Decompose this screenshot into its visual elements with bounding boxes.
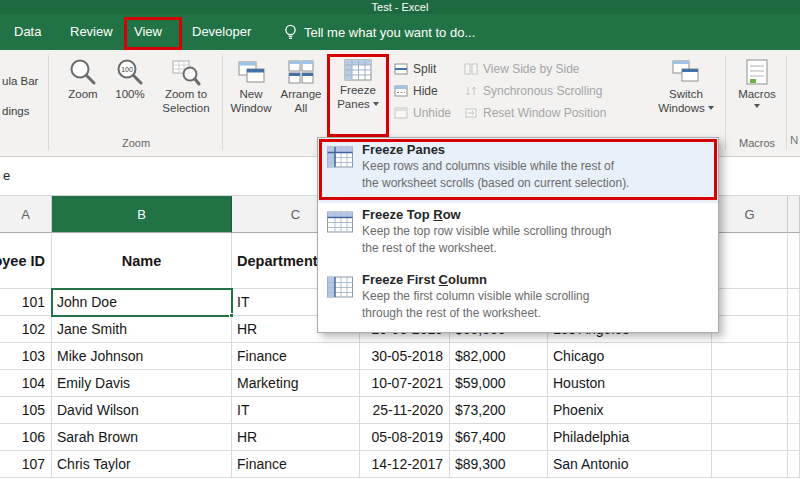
reset-window-icon	[464, 106, 478, 120]
new-window-button[interactable]: New Window	[226, 57, 276, 115]
cell-date[interactable]: 14-12-2017	[360, 451, 450, 478]
headings-checkbox-label-cut[interactable]: dings	[2, 105, 30, 117]
cell-id[interactable]: 103	[0, 343, 52, 370]
view-side-by-side-button: View Side by Side	[464, 58, 606, 80]
sync-scrolling-icon	[464, 84, 478, 98]
cell-name[interactable]: John Doe	[52, 289, 232, 316]
formula-bar-checkbox-label-cut[interactable]: ula Bar	[2, 75, 38, 87]
cell-salary[interactable]: $82,000	[450, 343, 548, 370]
menu-item-desc-line: Keep the first column visible while scro…	[362, 289, 589, 303]
zoom-100-label: 100%	[115, 87, 144, 101]
split-button[interactable]: Split	[394, 58, 451, 80]
menu-item-desc: Keep the top row visible while scrolling…	[362, 223, 611, 256]
cell-date[interactable]: 05-08-2019	[360, 424, 450, 451]
cell-date[interactable]: 30-05-2018	[360, 343, 450, 370]
macros-icon	[743, 57, 771, 87]
menu-item-freeze-panes[interactable]: Freeze Panes Keep rows and columns visib…	[318, 138, 718, 203]
cell-name[interactable]: Mike Johnson	[52, 343, 232, 370]
header-cell-name[interactable]: Name	[52, 233, 232, 289]
tell-me-box[interactable]: Tell me what you want to do...	[284, 14, 475, 50]
dropdown-caret-icon	[708, 106, 714, 110]
synchronous-scrolling-button: Synchronous Scrolling	[464, 80, 606, 102]
cell-salary[interactable]: $59,000	[450, 370, 548, 397]
menu-item-freeze-first-column[interactable]: Freeze First Column Keep the first colum…	[318, 268, 718, 334]
tell-me-label: Tell me what you want to do...	[304, 25, 475, 40]
ribbon-tab-bar: Data Review View Developer Tell me what …	[0, 14, 800, 50]
cell[interactable]	[712, 397, 788, 424]
lightbulb-icon	[284, 24, 297, 41]
cell-dept[interactable]: Finance	[232, 343, 360, 370]
cell[interactable]	[712, 424, 788, 451]
switch-windows-label-2: Windows	[658, 101, 705, 115]
cell-id[interactable]: 105	[0, 397, 52, 424]
cell-dept[interactable]: HR	[232, 424, 360, 451]
cell-dept[interactable]: Marketing	[232, 370, 360, 397]
header-cell[interactable]	[712, 233, 788, 289]
cell-city[interactable]: San Antonio	[548, 451, 712, 478]
column-header-g[interactable]: G	[712, 196, 788, 233]
tab-data[interactable]: Data	[14, 14, 41, 50]
cell-id[interactable]: 102	[0, 316, 52, 343]
cell-salary[interactable]: $73,200	[450, 397, 548, 424]
cell[interactable]	[712, 370, 788, 397]
dropdown-caret-icon	[754, 104, 760, 108]
cell-id[interactable]: 101	[0, 289, 52, 316]
tab-developer[interactable]: Developer	[192, 14, 251, 50]
column-header-a[interactable]: A	[0, 196, 52, 233]
window-title: Test - Excel	[372, 1, 429, 13]
cell-id[interactable]: 107	[0, 451, 52, 478]
cell-salary[interactable]: $89,300	[450, 451, 548, 478]
cell[interactable]	[712, 289, 788, 316]
ribbon-cut-right: N	[790, 134, 798, 146]
arrange-all-label-1: Arrange	[281, 87, 322, 101]
switch-windows-label-1: Switch	[669, 87, 703, 101]
cell-name[interactable]: Emily Davis	[52, 370, 232, 397]
macros-group-label: Macros	[728, 137, 786, 149]
arrange-all-button[interactable]: Arrange All	[276, 57, 326, 115]
view-side-by-side-label: View Side by Side	[483, 62, 580, 76]
cell-id[interactable]: 106	[0, 424, 52, 451]
cell-date[interactable]: 25-11-2020	[360, 397, 450, 424]
zoom-to-selection-label-2: Selection	[162, 101, 209, 115]
menu-item-desc-line: Keep the top row visible while scrolling…	[362, 224, 611, 238]
macros-label: Macros	[738, 87, 776, 101]
cell-name[interactable]: Jane Smith	[52, 316, 232, 343]
cell-city[interactable]: Houston	[548, 370, 712, 397]
cell-name[interactable]: David Wilson	[52, 397, 232, 424]
split-icon	[394, 62, 408, 76]
cell-city[interactable]: Chicago	[548, 343, 712, 370]
cell[interactable]	[712, 451, 788, 478]
zoom-to-selection-button[interactable]: Zoom to Selection	[154, 57, 218, 115]
cell-city[interactable]: Phoenix	[548, 397, 712, 424]
cell-id[interactable]: 104	[0, 370, 52, 397]
hide-label: Hide	[413, 84, 438, 98]
unhide-icon	[394, 106, 408, 120]
switch-windows-button[interactable]: Switch Windows	[652, 57, 720, 115]
macros-button[interactable]: Macros	[732, 57, 782, 108]
formula-bar-content-cut: e	[3, 168, 10, 183]
cell[interactable]	[712, 343, 788, 370]
highlight-box-view-tab	[124, 17, 182, 50]
hide-button[interactable]: Hide	[394, 80, 451, 102]
zoom-100-button[interactable]: 100 100%	[106, 57, 154, 101]
hide-icon	[394, 84, 408, 98]
synchronous-scrolling-label: Synchronous Scrolling	[483, 84, 602, 98]
header-cell-employee-id[interactable]: ployee ID	[0, 233, 52, 289]
menu-item-freeze-top-row[interactable]: Freeze Top Row Keep the top row visible …	[318, 203, 718, 268]
cell-dept[interactable]: IT	[232, 397, 360, 424]
column-header-b[interactable]: B	[52, 196, 232, 233]
zoom-button-label: Zoom	[68, 87, 97, 101]
cell-date[interactable]: 10-07-2021	[360, 370, 450, 397]
freeze-panes-menu: Freeze Panes Keep rows and columns visib…	[317, 137, 719, 333]
table-row: 106 Sarah Brown HR 05-08-2019 $67,400 Ph…	[0, 424, 800, 451]
cell[interactable]	[712, 316, 788, 343]
cell-city[interactable]: Philadelphia	[548, 424, 712, 451]
cell-name[interactable]: Chris Taylor	[52, 451, 232, 478]
reset-window-position-label: Reset Window Position	[483, 106, 606, 120]
zoom-button[interactable]: Zoom	[58, 57, 108, 101]
tab-review[interactable]: Review	[70, 14, 113, 50]
cell-dept[interactable]: Finance	[232, 451, 360, 478]
excel-window: Test - Excel Data Review View Developer …	[0, 0, 800, 479]
cell-name[interactable]: Sarah Brown	[52, 424, 232, 451]
cell-salary[interactable]: $67,400	[450, 424, 548, 451]
